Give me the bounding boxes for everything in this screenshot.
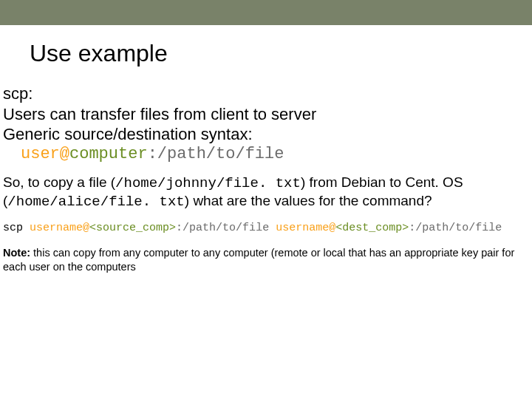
syntax-computer: computer <box>69 145 148 163</box>
question-part1: So, to copy a file ( <box>3 174 115 190</box>
cmd-scp: scp <box>3 222 23 234</box>
cmd-dst-path: /path/to/file <box>415 222 502 234</box>
cmd-dst-user: username <box>276 222 329 234</box>
note-body: this can copy from any computer to any c… <box>3 247 514 273</box>
note-label: Note: <box>3 247 30 259</box>
question-file1: /home/johnny/file. txt <box>115 175 301 191</box>
cmd-dst-colon: : <box>409 222 415 234</box>
slide-body: scp: Users can transfer files from clien… <box>0 83 532 275</box>
cmd-src-colon: : <box>176 222 183 234</box>
intro-line-1: scp: <box>3 83 529 104</box>
slide-title: Use example <box>30 40 532 67</box>
syntax-at: @ <box>60 145 69 163</box>
cmd-src-comp: <source_comp> <box>89 222 176 234</box>
question-file2: /home/alice/file. txt <box>7 194 184 210</box>
syntax-pattern: user@computer:/path/to/file <box>21 145 529 163</box>
intro-line-3: Generic source/destination syntax: <box>3 124 529 145</box>
syntax-colon: : <box>148 145 157 163</box>
command-line: scp username@<source_comp>:/path/to/file… <box>3 222 529 234</box>
syntax-user: user <box>21 145 60 163</box>
intro-line-2: Users can transfer files from client to … <box>3 104 529 125</box>
title-bar <box>0 0 532 25</box>
cmd-src-path: /path/to/file <box>183 222 269 234</box>
cmd-dst-at: @ <box>329 222 335 234</box>
question-text: So, to copy a file (/home/johnny/file. t… <box>3 174 529 211</box>
syntax-path: /path/to/file <box>157 145 284 163</box>
note-text: Note: this can copy from any computer to… <box>3 246 529 275</box>
cmd-src-user: username <box>30 222 83 234</box>
question-part3: ) what are the values for the command? <box>185 193 432 208</box>
cmd-dst-comp: <dest_comp> <box>335 222 409 234</box>
cmd-src-at: @ <box>83 222 89 234</box>
